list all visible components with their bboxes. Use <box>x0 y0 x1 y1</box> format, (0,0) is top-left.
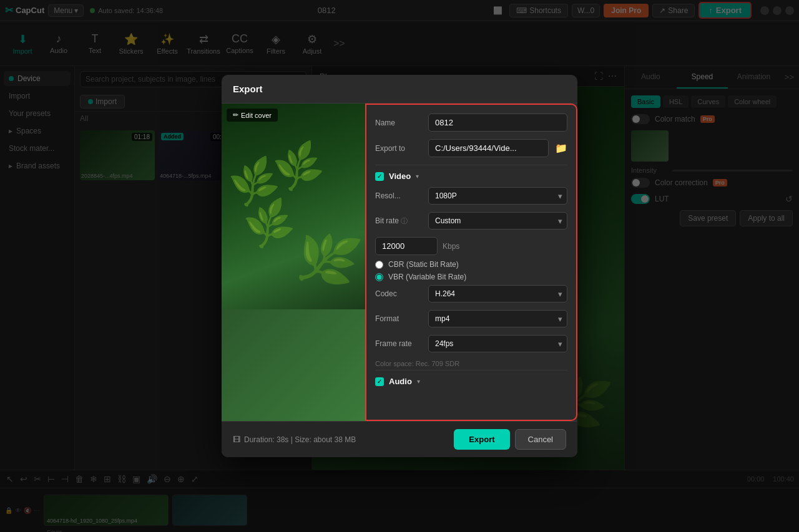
format-label: Format <box>375 314 422 323</box>
export-path-input[interactable] <box>428 139 549 157</box>
cancel-button[interactable]: Cancel <box>515 429 566 450</box>
codec-label: Codec <box>375 289 422 298</box>
cbr-radio[interactable] <box>375 261 383 269</box>
cbr-label: CBR (Static Bit Rate) <box>388 260 459 269</box>
name-input[interactable] <box>428 114 567 132</box>
resolution-row: Resol... 1080P 720P 480P 4K <box>375 187 567 205</box>
format-row: Format mp4 mov avi <box>375 310 567 327</box>
audio-checkbox[interactable]: ✓ <box>375 377 384 386</box>
bitrate-row: Bit rate ⓘ Custom Low Medium High <box>375 212 567 230</box>
color-space-label: Color space: Rec. 709 SDR <box>375 360 567 367</box>
audio-placeholder <box>375 392 567 411</box>
export-form: Name Export to 📁 ✓ Video ▾ Resol... <box>365 104 577 421</box>
audio-section-title: ✓ Audio ▾ <box>375 377 567 386</box>
export-modal-overlay: Export ✏ Edit cover Name Export to <box>0 0 799 532</box>
browse-folder-button[interactable]: 📁 <box>555 142 567 154</box>
format-select-wrapper: mp4 mov avi <box>428 310 567 327</box>
codec-row: Codec H.264 H.265 VP9 <box>375 285 567 302</box>
footer-actions: Export Cancel <box>454 429 566 450</box>
framerate-select[interactable]: 24fps 30fps 60fps <box>428 335 567 352</box>
framerate-select-wrapper: 24fps 30fps 60fps <box>428 335 567 352</box>
preview-fern-bg <box>222 104 365 309</box>
vbr-label: VBR (Variable Bit Rate) <box>388 273 466 281</box>
framerate-row: Frame rate 24fps 30fps 60fps <box>375 335 567 352</box>
bitrate-custom-row: Kbps <box>375 237 567 255</box>
resolution-label: Resol... <box>375 191 422 200</box>
film-icon: 🎞 <box>233 435 240 444</box>
format-select[interactable]: mp4 mov avi <box>428 310 567 327</box>
divider-2 <box>375 370 567 370</box>
modal-footer: 🎞 Duration: 38s | Size: about 38 MB Expo… <box>222 421 577 457</box>
cbr-radio-row: CBR (Static Bit Rate) <box>375 260 567 269</box>
duration-size-label: Duration: 38s | Size: about 38 MB <box>244 435 356 444</box>
divider <box>375 165 567 165</box>
bitrate-value-input[interactable] <box>375 237 438 255</box>
export-to-row: Export to 📁 <box>375 139 567 157</box>
framerate-label: Frame rate <box>375 339 422 348</box>
video-checkbox[interactable]: ✓ <box>375 172 384 181</box>
resolution-select-wrapper: 1080P 720P 480P 4K <box>428 187 567 205</box>
export-to-label: Export to <box>375 144 422 153</box>
bitrate-select-wrapper: Custom Low Medium High <box>428 212 567 230</box>
edit-cover-button[interactable]: ✏ Edit cover <box>227 109 278 122</box>
modal-body: ✏ Edit cover Name Export to 📁 <box>222 104 577 421</box>
video-collapse-arrow[interactable]: ▾ <box>416 173 419 180</box>
bitrate-unit-label: Kbps <box>443 242 459 251</box>
name-label: Name <box>375 118 422 127</box>
modal-preview: ✏ Edit cover <box>222 104 365 421</box>
export-modal: Export ✏ Edit cover Name Export to <box>222 75 577 457</box>
name-row: Name <box>375 114 567 132</box>
bitrate-select[interactable]: Custom Low Medium High <box>428 212 567 230</box>
vbr-radio-row: VBR (Variable Bit Rate) <box>375 273 567 281</box>
modal-header: Export <box>222 75 577 104</box>
codec-select[interactable]: H.264 H.265 VP9 <box>428 285 567 302</box>
bitrate-info-icon[interactable]: ⓘ <box>401 217 408 225</box>
audio-collapse-arrow[interactable]: ▾ <box>417 378 420 385</box>
footer-info: 🎞 Duration: 38s | Size: about 38 MB <box>233 435 356 444</box>
bitrate-label: Bit rate ⓘ <box>375 216 422 226</box>
video-section-title: ✓ Video ▾ <box>375 172 567 181</box>
pencil-icon: ✏ <box>233 111 238 119</box>
export-final-button[interactable]: Export <box>454 429 509 450</box>
resolution-select[interactable]: 1080P 720P 480P 4K <box>428 187 567 205</box>
codec-select-wrapper: H.264 H.265 VP9 <box>428 285 567 302</box>
vbr-radio[interactable] <box>375 273 383 281</box>
